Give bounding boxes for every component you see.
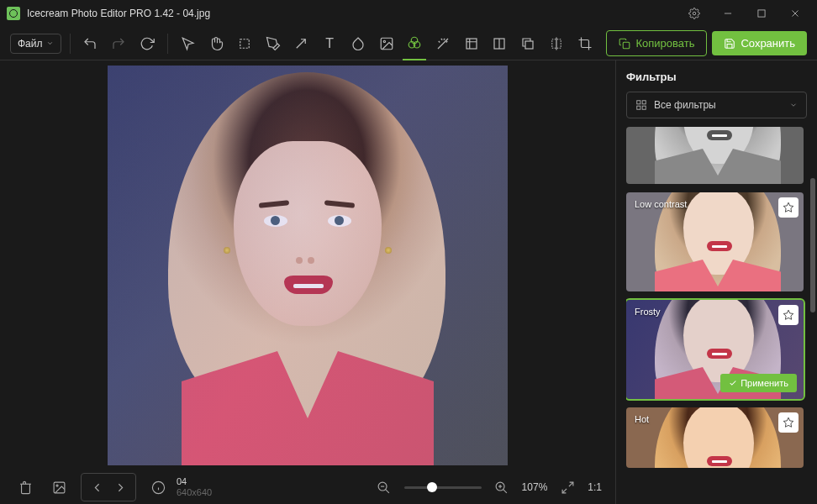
- magic-tool[interactable]: [431, 27, 455, 60]
- svg-point-0: [693, 12, 696, 15]
- file-menu[interactable]: Файл: [10, 34, 61, 54]
- flip-tool[interactable]: [545, 27, 568, 60]
- svg-line-25: [386, 489, 389, 492]
- titlebar: Icecream Photo Editor PRO 1.42 - 04.jpg: [0, 0, 817, 27]
- svg-rect-15: [525, 41, 533, 49]
- svg-line-31: [569, 482, 573, 486]
- zoom-in-button[interactable]: [490, 475, 514, 499]
- canvas-area: 04 640x640 107% 1:1: [0, 60, 615, 504]
- image-tool[interactable]: [375, 27, 398, 60]
- app-icon: [7, 7, 20, 20]
- next-button[interactable]: [108, 475, 132, 499]
- sidebar-title: Фильтры: [626, 71, 807, 83]
- hand-tool[interactable]: [204, 27, 228, 60]
- arrow-tool[interactable]: [290, 27, 314, 60]
- brush-tool[interactable]: [261, 27, 285, 60]
- grid-tool[interactable]: [488, 27, 512, 60]
- close-button[interactable]: [780, 2, 810, 25]
- apply-filter-button[interactable]: Применить: [720, 374, 797, 392]
- svg-rect-2: [758, 10, 765, 17]
- fullscreen-button[interactable]: [556, 475, 579, 499]
- svg-rect-5: [240, 39, 250, 48]
- svg-rect-12: [466, 39, 477, 49]
- filters-tool[interactable]: [403, 27, 426, 60]
- svg-line-6: [297, 39, 306, 48]
- filter-label: Frosty: [635, 307, 661, 317]
- blur-tool[interactable]: [346, 27, 370, 60]
- rotate-button[interactable]: [135, 27, 159, 60]
- prev-button[interactable]: [85, 475, 108, 499]
- svg-rect-36: [637, 106, 640, 109]
- svg-point-20: [55, 484, 57, 486]
- svg-line-28: [503, 489, 507, 492]
- svg-point-8: [383, 40, 385, 42]
- image-canvas[interactable]: [108, 66, 508, 465]
- svg-rect-33: [637, 101, 640, 104]
- svg-marker-39: [783, 417, 793, 427]
- svg-marker-38: [783, 310, 793, 319]
- svg-line-32: [562, 488, 567, 492]
- zoom-out-button[interactable]: [372, 475, 396, 499]
- zoom-slider[interactable]: [404, 486, 482, 489]
- filter-card-low-contrast[interactable]: Low contrast: [626, 192, 804, 291]
- scrollbar-thumb[interactable]: [810, 178, 815, 312]
- filter-label: Hot: [635, 414, 649, 424]
- ratio-label[interactable]: 1:1: [588, 481, 602, 493]
- svg-rect-35: [642, 106, 646, 109]
- undo-button[interactable]: [79, 27, 103, 60]
- copy-button[interactable]: Копировать: [606, 30, 707, 56]
- crop-tool[interactable]: [573, 27, 597, 60]
- window-title: Icecream Photo Editor PRO 1.42 - 04.jpg: [27, 8, 672, 19]
- save-button[interactable]: Сохранить: [712, 31, 807, 55]
- favorite-button[interactable]: [778, 412, 799, 433]
- minimize-button[interactable]: [713, 2, 743, 25]
- bottombar: 04 640x640 107% 1:1: [0, 470, 615, 504]
- pointer-tool[interactable]: [177, 27, 200, 60]
- resize-tool[interactable]: [460, 27, 483, 60]
- gallery-button[interactable]: [47, 475, 71, 499]
- filter-card-hot[interactable]: Hot: [626, 407, 804, 468]
- image-dimensions: 640x640: [177, 487, 212, 498]
- svg-rect-34: [642, 101, 646, 104]
- filter-list: Low contrast Frosty Применить Hot: [626, 127, 807, 468]
- maximize-button[interactable]: [746, 2, 777, 25]
- favorite-button[interactable]: [778, 197, 799, 218]
- filter-card-unnamed[interactable]: [626, 127, 804, 184]
- filters-sidebar: Фильтры Все фильтры Low contrast: [615, 60, 817, 504]
- toolbar: Файл T Копировать Сохранить: [0, 27, 817, 60]
- text-tool[interactable]: T: [318, 27, 341, 60]
- delete-button[interactable]: [13, 475, 37, 499]
- favorite-button[interactable]: [778, 305, 799, 325]
- info-icon: [146, 475, 170, 499]
- settings-icon[interactable]: [679, 2, 709, 25]
- filter-category-select[interactable]: Все фильтры: [626, 92, 807, 118]
- svg-rect-18: [624, 42, 630, 49]
- filter-label: Low contrast: [635, 199, 687, 209]
- zoom-percent: 107%: [522, 481, 548, 493]
- filter-card-frosty[interactable]: Frosty Применить: [626, 300, 804, 399]
- marquee-tool[interactable]: [233, 27, 256, 60]
- duplicate-tool[interactable]: [516, 27, 540, 60]
- image-name: 04: [177, 476, 212, 487]
- redo-button[interactable]: [107, 27, 130, 60]
- svg-marker-37: [783, 202, 793, 212]
